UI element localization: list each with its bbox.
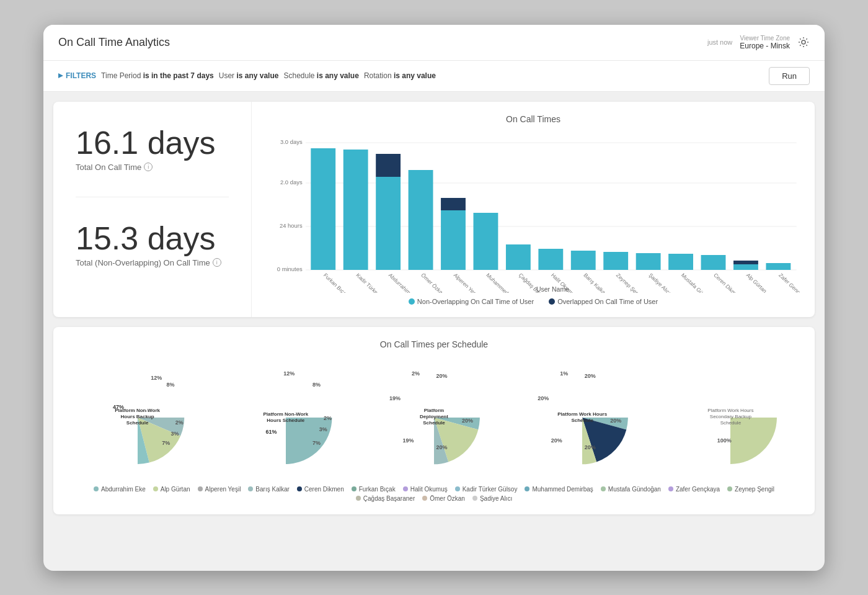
legend-dot-overlap <box>549 298 555 305</box>
page-title: On Call Time Analytics <box>58 36 170 49</box>
viewer-timezone: Viewer Time Zone Europe - Minsk <box>740 35 790 50</box>
bar-ceren[interactable] <box>701 255 726 270</box>
run-button[interactable]: Run <box>769 67 810 85</box>
pct-label-3-4: 19% <box>403 437 414 444</box>
legend-dot-kadir <box>455 486 460 491</box>
info-icon-total[interactable]: i <box>144 163 153 171</box>
pie-label-2: Platform Non-Work Hours Schedule <box>261 411 311 424</box>
bar-alperen-non[interactable] <box>441 210 466 270</box>
legend-cagdas: Çağdaş Başaraner <box>356 495 415 502</box>
legend-zafer: Zafer Gençkaya <box>668 486 720 493</box>
filter-user[interactable]: User is any value <box>219 71 279 80</box>
legend-dot-zafer <box>668 486 673 491</box>
legend-dot-zeynep <box>727 486 732 491</box>
bar-cagdas[interactable] <box>506 244 531 270</box>
bar-sadiye[interactable] <box>636 253 661 270</box>
pie-label-5: Platform Work Hours Secondary Backup Sch… <box>706 408 755 427</box>
legend-dot-alp <box>153 486 158 491</box>
svg-text:24 hours: 24 hours <box>280 223 303 229</box>
pie-chart-legend: Abdurrahim Eke Alp Gürtan Alperen Yeşil … <box>66 486 802 502</box>
pie-label-3: Platform Deployment Schedule <box>409 408 459 427</box>
legend-dot-omer <box>422 496 427 501</box>
settings-icon[interactable] <box>797 36 810 48</box>
legend-dot-non-overlap <box>409 298 415 305</box>
pct-label-1-5: 3% <box>171 431 179 437</box>
legend-dot-ceren <box>297 486 302 491</box>
legend-sadiye: Şadiye Alıcı <box>472 495 512 502</box>
bar-abdurrahim-non[interactable] <box>376 177 401 270</box>
legend-kadir: Kadir Türker Gülsoy <box>455 486 518 493</box>
bar-omer[interactable] <box>409 170 433 270</box>
svg-text:Zeynep Şengil: Zeynep Şengil <box>615 272 644 293</box>
bar-halit[interactable] <box>538 249 563 270</box>
pie-charts-row: Platform Non-Work Hours Backup Schedule … <box>66 362 802 473</box>
pie-section-title: On Call Times per Schedule <box>66 339 802 349</box>
filter-time-period[interactable]: Time Period is in the past 7 days <box>101 71 214 80</box>
legend-omer: Ömer Özkan <box>422 495 465 502</box>
pct-label-2-2: 12% <box>283 370 294 377</box>
svg-text:Alp Gürtan: Alp Gürtan <box>745 272 768 293</box>
legend-baris: Barış Kalkar <box>248 486 289 493</box>
pct-label-1-6: 7% <box>162 440 170 446</box>
pct-label-1-1: 47% <box>113 404 124 410</box>
bar-alperen-overlap[interactable] <box>441 198 466 210</box>
svg-text:Şadiye Alıcı: Şadiye Alıcı <box>647 272 672 293</box>
bar-baris[interactable] <box>571 251 596 270</box>
bar-mustafa[interactable] <box>668 254 693 270</box>
top-section: 16.1 days Total On Call Time i 15.3 days… <box>53 102 815 317</box>
svg-text:Abdurrahim Eke: Abdurrahim Eke <box>388 272 420 293</box>
svg-text:0 minutes: 0 minutes <box>277 266 303 272</box>
main-content: 16.1 days Total On Call Time i 15.3 days… <box>43 92 825 524</box>
pct-label-3-2: 20% <box>462 418 473 424</box>
pct-label-4-4: 20% <box>551 437 562 444</box>
x-axis-title: User Name <box>536 286 569 293</box>
pct-label-1-4: 2% <box>175 419 184 426</box>
dashboard-container: On Call Time Analytics just now Viewer T… <box>43 25 825 571</box>
legend-dot-mustafa <box>601 486 606 491</box>
bar-chart-title: On Call Times <box>267 114 800 124</box>
bar-zafer[interactable] <box>766 263 790 270</box>
bar-kadir[interactable] <box>343 150 368 270</box>
filter-schedule[interactable]: Schedule is any value <box>283 71 358 80</box>
pct-label-5-1: 100% <box>717 437 732 444</box>
pct-label-4-1: 20% <box>585 373 596 379</box>
legend-alperen: Alperen Yeşil <box>198 486 241 493</box>
pie-svg-container-1: Platform Non-Work Hours Backup Schedule … <box>82 362 193 473</box>
pct-label-3-3: 20% <box>436 444 448 450</box>
pct-label-3-1: 20% <box>436 373 448 379</box>
bar-alp-non[interactable] <box>733 264 758 270</box>
legend-dot-furkan <box>352 486 356 491</box>
bar-zeynep[interactable] <box>603 252 628 270</box>
legend-dot-baris <box>248 486 253 491</box>
pie-svg-container-4: Platform Work Hours Schedule 20% 20% 20%… <box>526 362 638 473</box>
svg-text:2.0 days: 2.0 days <box>280 179 303 186</box>
chart-legend: Non-Overlapping On Call Time of User Ove… <box>267 298 800 305</box>
pct-label-4-5: 20% <box>538 395 549 401</box>
bar-furkan[interactable] <box>311 148 335 270</box>
pct-label-2-1: 61% <box>265 429 277 435</box>
pct-label-3-5: 19% <box>389 395 401 401</box>
info-icon-nonoverlap[interactable]: i <box>213 258 221 267</box>
bar-muhammed[interactable] <box>474 213 498 270</box>
header: On Call Time Analytics just now Viewer T… <box>43 25 825 61</box>
bar-abdurrahim-overlap[interactable] <box>376 154 401 177</box>
bar-chart-area: 3.0 days 2.0 days 24 hours 0 minutes <box>267 132 800 293</box>
pie-label-1: Platform Non-Work Hours Backup Schedule <box>113 408 162 427</box>
legend-dot-alperen <box>198 486 203 491</box>
svg-text:Barış Kalkar: Barış Kalkar <box>582 272 608 293</box>
kpi-total-value: 16.1 days <box>76 127 229 159</box>
legend-ceren: Ceren Dikmen <box>297 486 344 493</box>
timestamp: just now <box>707 38 732 46</box>
pct-label-3-6: 2% <box>412 370 420 377</box>
filter-rotation[interactable]: Rotation is any value <box>364 71 436 80</box>
svg-text:Alperen Yeşil: Alperen Yeşil <box>453 272 480 293</box>
pie-svg-container-3: Platform Deployment Schedule 20% 20% 20%… <box>378 362 490 473</box>
pie-label-4: Platform Work Hours Schedule <box>557 411 607 424</box>
pie-svg-container-2: Platform Non-Work Hours Schedule 61% 12%… <box>230 362 342 473</box>
pct-label-2-3: 8% <box>312 382 321 388</box>
pct-label-4-3: 20% <box>585 444 596 450</box>
bar-chart-panel: On Call Times 3.0 days 2.0 days 24 hours… <box>252 102 815 317</box>
bar-alp-overlap[interactable] <box>733 261 758 264</box>
legend-alp: Alp Gürtan <box>153 486 190 493</box>
filters-label[interactable]: FILTERS <box>58 71 96 80</box>
